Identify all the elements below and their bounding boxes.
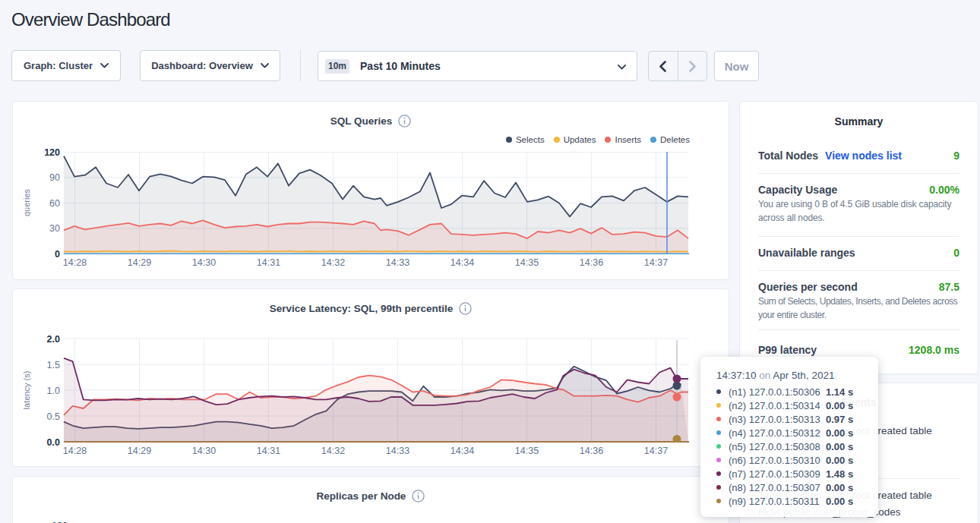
svg-text:14:31: 14:31 [257,257,280,268]
svg-text:0.0: 0.0 [47,437,60,448]
svg-text:latency (s): latency (s) [22,371,31,410]
svg-text:queries: queries [22,188,31,216]
svg-text:14:31: 14:31 [257,446,280,456]
svg-text:14:33: 14:33 [386,446,409,456]
svg-text:14:37: 14:37 [644,446,668,456]
svg-text:120: 120 [44,147,60,158]
svg-text:14:28: 14:28 [63,446,87,456]
svg-text:0: 0 [55,249,60,260]
svg-text:14:29: 14:29 [128,446,151,456]
svg-text:90: 90 [49,172,60,183]
svg-text:14:30: 14:30 [192,446,216,456]
svg-text:14:34: 14:34 [450,446,474,456]
svg-text:60: 60 [49,198,60,209]
svg-text:14:32: 14:32 [321,446,345,456]
svg-text:14:32: 14:32 [321,257,345,268]
svg-text:1.0: 1.0 [47,386,60,396]
svg-text:14:30: 14:30 [192,257,216,268]
svg-text:14:29: 14:29 [128,257,151,268]
svg-text:1.5: 1.5 [47,360,60,370]
svg-text:14:35: 14:35 [515,446,539,456]
svg-text:14:34: 14:34 [450,257,474,268]
svg-text:14:33: 14:33 [386,257,409,268]
svg-text:14:28: 14:28 [63,257,87,268]
svg-text:30: 30 [49,223,60,234]
svg-text:2.0: 2.0 [47,334,60,345]
svg-text:14:35: 14:35 [515,257,539,268]
svg-text:0.5: 0.5 [47,411,60,422]
svg-text:14:36: 14:36 [580,446,603,456]
svg-text:14:37: 14:37 [644,257,668,268]
svg-text:14:36: 14:36 [580,257,603,268]
